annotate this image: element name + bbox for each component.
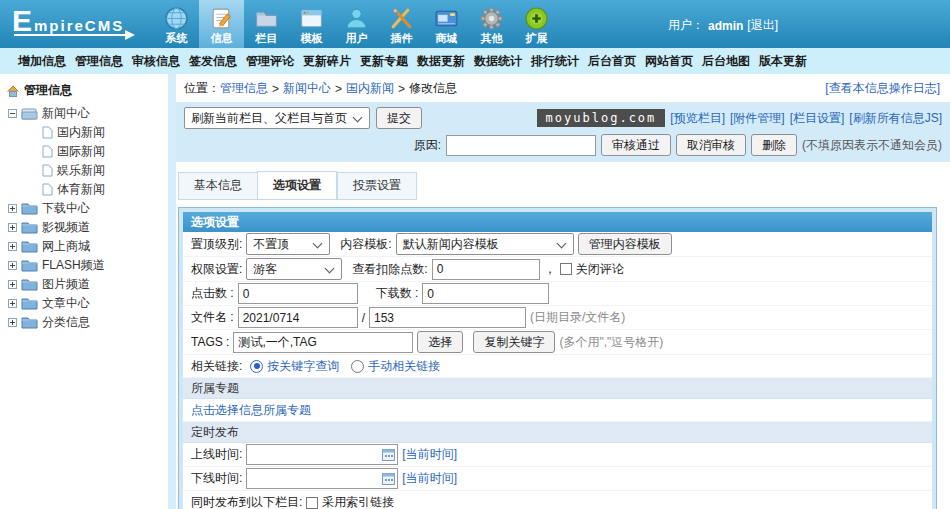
tree-node-ent-news[interactable]: 娱乐新闻 xyxy=(6,161,168,180)
top-level-value: 不置顶 xyxy=(253,236,289,253)
tree-node-label[interactable]: FLASH频道 xyxy=(42,257,105,274)
column-settings-link[interactable]: [栏目设置] xyxy=(790,110,845,127)
menubar-item-admin-home[interactable]: 后台首页 xyxy=(588,53,636,70)
menubar-item-update-fragments[interactable]: 更新碎片 xyxy=(303,53,351,70)
top-level-select[interactable]: 不置顶 xyxy=(246,233,330,255)
tree-node-domestic-news[interactable]: 国内新闻 xyxy=(6,123,168,142)
tree-node-download-center[interactable]: 下载中心 xyxy=(6,199,168,218)
filename-dir-input[interactable] xyxy=(238,307,358,328)
filename-name-input[interactable] xyxy=(369,307,526,328)
menubar-item-rank-stats[interactable]: 排行统计 xyxy=(531,53,579,70)
expand-icon[interactable] xyxy=(8,223,17,232)
tab-vote-settings[interactable]: 投票设置 xyxy=(337,172,417,200)
tree-node-sports-news[interactable]: 体育新闻 xyxy=(6,180,168,199)
topnav-info[interactable]: 信息 xyxy=(199,0,244,48)
tree-node-news-center[interactable]: 新闻中心 xyxy=(6,104,168,123)
menubar-item-manage-info[interactable]: 管理信息 xyxy=(75,53,123,70)
tab-option-settings[interactable]: 选项设置 xyxy=(257,171,337,200)
topic-select-link[interactable]: 点击选择信息所属专题 xyxy=(191,402,311,419)
tree-node-label[interactable]: 国际新闻 xyxy=(57,143,105,160)
current-time-link[interactable]: [当前时间] xyxy=(402,446,457,463)
menubar-item-data-update[interactable]: 数据更新 xyxy=(417,53,465,70)
tree-node-label[interactable]: 娱乐新闻 xyxy=(57,162,105,179)
topnav-templates[interactable]: 模板 xyxy=(289,0,334,48)
deduct-points-input[interactable] xyxy=(432,259,540,280)
approve-button[interactable]: 审核通过 xyxy=(601,134,671,156)
tree-node-online-mall[interactable]: 网上商城 xyxy=(6,237,168,256)
logout-link[interactable]: [退出] xyxy=(747,17,778,34)
expand-icon[interactable] xyxy=(8,204,17,213)
breadcrumb-link-news-center[interactable]: 新闻中心 xyxy=(283,80,331,97)
keyword-query-label[interactable]: 按关键字查询 xyxy=(267,358,339,375)
expand-icon[interactable] xyxy=(8,318,17,327)
delete-button[interactable]: 删除 xyxy=(751,134,797,156)
topnav-users[interactable]: 用户 xyxy=(334,0,379,48)
tab-basic-info[interactable]: 基本信息 xyxy=(178,172,257,200)
keyword-query-radio[interactable] xyxy=(250,360,263,373)
tree-node-intl-news[interactable]: 国际新闻 xyxy=(6,142,168,161)
content-template-select[interactable]: 默认新闻内容模板 xyxy=(396,233,574,255)
index-link-checkbox[interactable] xyxy=(306,497,318,509)
menubar-item-data-stats[interactable]: 数据统计 xyxy=(474,53,522,70)
clicks-input[interactable] xyxy=(238,283,358,304)
tree-node-label[interactable]: 文章中心 xyxy=(42,295,90,312)
tree-node-label[interactable]: 网上商城 xyxy=(42,238,90,255)
tree-node-label[interactable]: 分类信息 xyxy=(42,314,90,331)
tree-node-classified-info[interactable]: 分类信息 xyxy=(6,313,168,332)
offline-time-input[interactable] xyxy=(246,468,398,489)
expand-icon[interactable] xyxy=(8,242,17,251)
menubar-item-update-topics[interactable]: 更新专题 xyxy=(360,53,408,70)
attachment-manage-link[interactable]: [附件管理] xyxy=(730,110,785,127)
menubar-item-version-update[interactable]: 版本更新 xyxy=(759,53,807,70)
calendar-icon[interactable] xyxy=(382,448,395,461)
tags-input[interactable] xyxy=(233,332,413,353)
operation-log-link[interactable]: [查看本信息操作日志] xyxy=(825,80,940,97)
tags-choose-button[interactable]: 选择 xyxy=(417,331,463,353)
menubar-item-admin-map[interactable]: 后台地图 xyxy=(702,53,750,70)
current-time-link[interactable]: [当前时间] xyxy=(402,470,457,487)
topnav-mall[interactable]: 商城 xyxy=(424,0,469,48)
tree-node-article-center[interactable]: 文章中心 xyxy=(6,294,168,313)
tree-node-label[interactable]: 新闻中心 xyxy=(42,105,90,122)
topnav-other[interactable]: 其他 xyxy=(469,0,514,48)
permission-select[interactable]: 游客 xyxy=(246,258,342,280)
manage-template-button[interactable]: 管理内容模板 xyxy=(578,233,672,255)
expand-icon[interactable] xyxy=(8,261,17,270)
cancel-review-button[interactable]: 取消审核 xyxy=(676,134,746,156)
close-comment-checkbox[interactable] xyxy=(560,263,572,275)
menubar-item-manage-comments[interactable]: 管理评论 xyxy=(246,53,294,70)
topnav-columns[interactable]: 栏目 xyxy=(244,0,289,48)
breadcrumb-link-domestic-news[interactable]: 国内新闻 xyxy=(346,80,394,97)
manual-related-radio[interactable] xyxy=(351,360,364,373)
tree-node-label[interactable]: 国内新闻 xyxy=(57,124,105,141)
menubar-item-sign-info[interactable]: 签发信息 xyxy=(189,53,237,70)
topnav-system[interactable]: 系统 xyxy=(154,0,199,48)
tree-node-label[interactable]: 影视频道 xyxy=(42,219,90,236)
copy-keywords-button[interactable]: 复制关键字 xyxy=(473,331,555,353)
tree-node-label[interactable]: 体育新闻 xyxy=(57,181,105,198)
topnav-extend[interactable]: 扩展 xyxy=(514,0,559,48)
menubar-item-add-info[interactable]: 增加信息 xyxy=(18,53,66,70)
tree-node-video-channel[interactable]: 影视频道 xyxy=(6,218,168,237)
tree-node-image-channel[interactable]: 图片频道 xyxy=(6,275,168,294)
expand-icon[interactable] xyxy=(8,280,17,289)
breadcrumb-link-manage-info[interactable]: 管理信息 xyxy=(220,80,268,97)
reason-input[interactable] xyxy=(446,135,596,156)
downloads-input[interactable] xyxy=(422,283,549,304)
refresh-scope-select[interactable]: 刷新当前栏目、父栏目与首页 xyxy=(184,107,370,129)
tree-node-label[interactable]: 下载中心 xyxy=(42,200,90,217)
topnav-plugins[interactable]: 插件 xyxy=(379,0,424,48)
tree-node-flash-channel[interactable]: FLASH频道 xyxy=(6,256,168,275)
submit-button[interactable]: 提交 xyxy=(376,107,422,129)
tree-node-label[interactable]: 图片频道 xyxy=(42,276,90,293)
menubar-item-review-info[interactable]: 审核信息 xyxy=(132,53,180,70)
refresh-all-js-link[interactable]: [刷新所有信息JS] xyxy=(849,110,942,127)
collapse-icon[interactable] xyxy=(8,109,17,118)
menubar-item-site-home[interactable]: 网站首页 xyxy=(645,53,693,70)
expand-icon[interactable] xyxy=(8,299,17,308)
online-time-input[interactable] xyxy=(246,444,398,465)
preview-column-link[interactable]: [预览栏目] xyxy=(670,110,725,127)
manual-related-label[interactable]: 手动相关链接 xyxy=(368,358,440,375)
refresh-toolbar: 刷新当前栏目、父栏目与首页 提交 moyublog.com [预览栏目] [附件… xyxy=(184,107,942,129)
calendar-icon[interactable] xyxy=(382,472,395,485)
